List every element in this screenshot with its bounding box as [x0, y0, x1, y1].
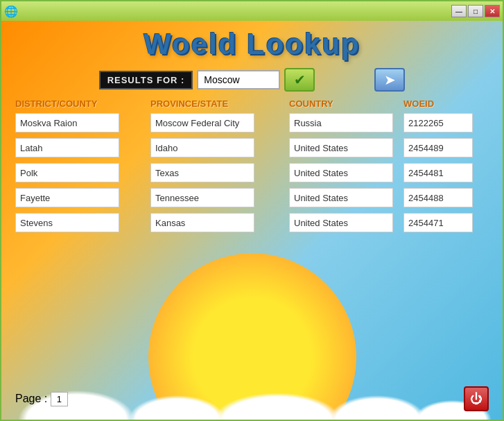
- woeid-value: 2454489: [403, 138, 473, 157]
- page-label: Page :: [15, 393, 47, 404]
- table-row: 2454481: [8, 163, 496, 182]
- main-content: Woeld Lookup RESULTS FOR : ✔ ➤ DISTRICT/…: [1, 21, 503, 420]
- app-title: Woeld Lookup: [8, 28, 496, 61]
- district-field[interactable]: [15, 213, 119, 232]
- col-province: PROVINCE/STATE: [150, 98, 289, 109]
- close-button[interactable]: ✕: [485, 5, 500, 17]
- woeid-value: 2122265: [403, 113, 473, 132]
- results-table: DISTRICT/COUNTY PROVINCE/STATE COUNTRY W…: [8, 98, 496, 382]
- footer: Page : 1 ⏻: [8, 382, 496, 413]
- woeid-value: 2454471: [403, 213, 473, 232]
- country-field[interactable]: [289, 188, 393, 207]
- district-field[interactable]: [15, 163, 119, 182]
- province-field[interactable]: [150, 138, 254, 157]
- col-woeid: WOEID: [403, 98, 494, 109]
- results-for-label: RESULTS FOR :: [99, 71, 193, 89]
- page-info: Page : 1: [15, 392, 68, 406]
- app-icon: 🌐: [4, 5, 17, 17]
- country-field[interactable]: [289, 213, 393, 232]
- table-row: 2454488: [8, 188, 496, 207]
- province-field[interactable]: [150, 213, 254, 232]
- table-row: 2122265: [8, 113, 496, 132]
- province-field[interactable]: [150, 113, 254, 132]
- woeid-value: 2454481: [403, 163, 473, 182]
- title-bar: 🌐 — □ ✕: [1, 1, 503, 21]
- country-field[interactable]: [289, 138, 393, 157]
- province-field[interactable]: [150, 188, 254, 207]
- table-body: 2122265 2454489 2454481: [8, 113, 496, 232]
- province-field[interactable]: [150, 163, 254, 182]
- col-country: COUNTRY: [289, 98, 403, 109]
- district-field[interactable]: [15, 188, 119, 207]
- table-header: DISTRICT/COUNTY PROVINCE/STATE COUNTRY W…: [8, 98, 496, 109]
- minimize-button[interactable]: —: [451, 5, 467, 17]
- check-icon: ✔: [294, 71, 306, 88]
- main-window: 🌐 — □ ✕ Woeld Lookup RESULTS FOR : ✔ ➤ D…: [0, 0, 504, 421]
- page-number: 1: [51, 392, 68, 406]
- district-field[interactable]: [15, 138, 119, 157]
- table-row: 2454489: [8, 138, 496, 157]
- district-field[interactable]: [15, 113, 119, 132]
- country-field[interactable]: [289, 113, 393, 132]
- power-icon: ⏻: [470, 392, 483, 406]
- search-bar: RESULTS FOR : ✔ ➤: [8, 68, 496, 92]
- power-button[interactable]: ⏻: [464, 386, 489, 411]
- search-confirm-button[interactable]: ✔: [284, 68, 315, 92]
- arrow-icon: ➤: [384, 71, 396, 88]
- col-district: DISTRICT/COUNTY: [15, 98, 150, 109]
- search-input[interactable]: [197, 70, 280, 89]
- maximize-button[interactable]: □: [468, 5, 483, 17]
- table-row: 2454471: [8, 213, 496, 232]
- woeid-value: 2454488: [403, 188, 473, 207]
- country-field[interactable]: [289, 163, 393, 182]
- window-controls: — □ ✕: [451, 5, 500, 17]
- navigate-button[interactable]: ➤: [374, 68, 405, 92]
